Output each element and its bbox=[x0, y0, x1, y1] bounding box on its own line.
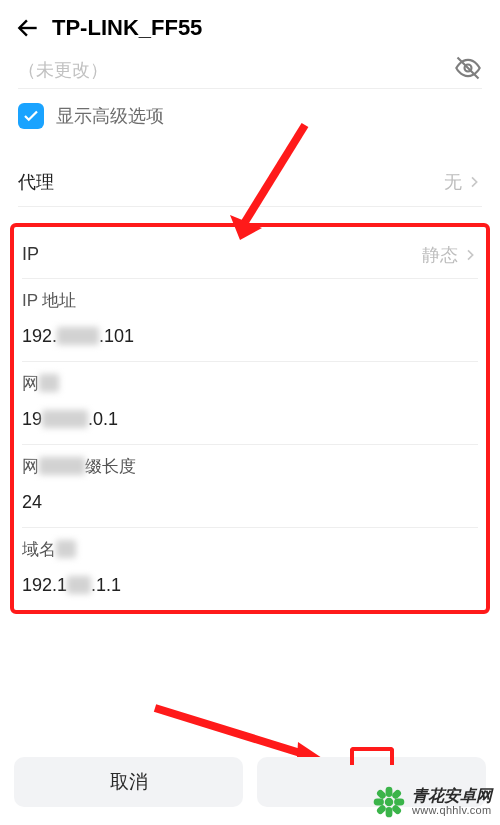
proxy-value: 无 bbox=[444, 170, 462, 194]
ip-protocol-value: 静态 bbox=[422, 243, 458, 267]
gateway-value: 19.0.1 bbox=[22, 409, 478, 430]
cancel-button[interactable]: 取消 bbox=[14, 757, 243, 807]
proxy-row[interactable]: 代理 无 bbox=[18, 157, 482, 207]
ip-protocol-row[interactable]: IP 静态 bbox=[22, 235, 478, 279]
dns-value: 192.1.1.1 bbox=[22, 575, 478, 596]
visibility-off-icon[interactable] bbox=[454, 54, 482, 82]
ip-address-label: IP 地址 bbox=[22, 289, 478, 312]
chevron-right-icon bbox=[466, 174, 482, 190]
title-bar: TP-LINK_FF55 bbox=[0, 0, 500, 56]
advanced-options-label: 显示高级选项 bbox=[56, 104, 164, 128]
prefix-length-label: 网缀长度 bbox=[22, 455, 478, 478]
watermark-logo-icon bbox=[372, 785, 406, 819]
gateway-label: 网 bbox=[22, 372, 478, 395]
dns-field[interactable]: 域名 192.1.1.1 bbox=[22, 538, 478, 596]
chevron-right-icon bbox=[462, 247, 478, 263]
password-placeholder: （未更改） bbox=[18, 58, 108, 82]
dns-label: 域名 bbox=[22, 538, 478, 561]
ip-address-value: 192..101 bbox=[22, 326, 478, 347]
advanced-options-checkbox[interactable] bbox=[18, 103, 44, 129]
back-button[interactable] bbox=[6, 6, 50, 50]
prefix-length-value: 24 bbox=[22, 492, 478, 513]
svg-point-1 bbox=[385, 798, 394, 807]
ip-address-field[interactable]: IP 地址 192..101 bbox=[22, 289, 478, 347]
proxy-label: 代理 bbox=[18, 170, 444, 194]
watermark: 青花安卓网 www.qhhlv.com bbox=[372, 785, 492, 819]
advanced-options-row[interactable]: 显示高级选项 bbox=[0, 89, 500, 133]
ip-protocol-label: IP bbox=[22, 244, 422, 265]
watermark-url: www.qhhlv.com bbox=[412, 805, 492, 817]
annotation-highlight bbox=[350, 747, 394, 765]
page-title: TP-LINK_FF55 bbox=[52, 15, 202, 41]
ip-settings-highlight: IP 静态 IP 地址 192..101 网 19.0.1 网缀长度 24 域名… bbox=[10, 223, 490, 614]
gateway-field[interactable]: 网 19.0.1 bbox=[22, 372, 478, 430]
cancel-button-label: 取消 bbox=[110, 769, 148, 795]
watermark-title: 青花安卓网 bbox=[412, 788, 492, 805]
password-field-cropped: （未更改） bbox=[18, 56, 482, 84]
prefix-length-field[interactable]: 网缀长度 24 bbox=[22, 455, 478, 513]
